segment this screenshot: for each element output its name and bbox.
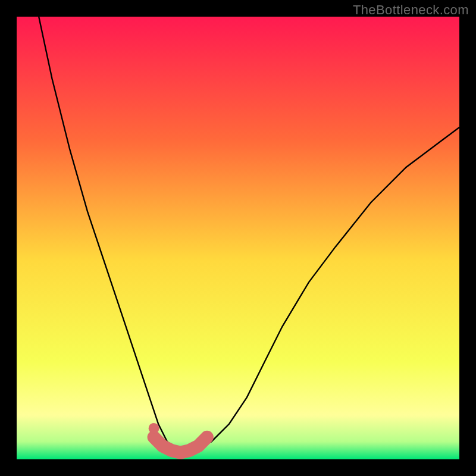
marker-dot-icon	[149, 423, 159, 434]
gradient-background	[17, 17, 459, 459]
plot-area	[17, 17, 459, 459]
chart-frame: TheBottleneck.com	[0, 0, 476, 476]
chart-svg	[17, 17, 459, 459]
watermark-text: TheBottleneck.com	[353, 2, 469, 18]
